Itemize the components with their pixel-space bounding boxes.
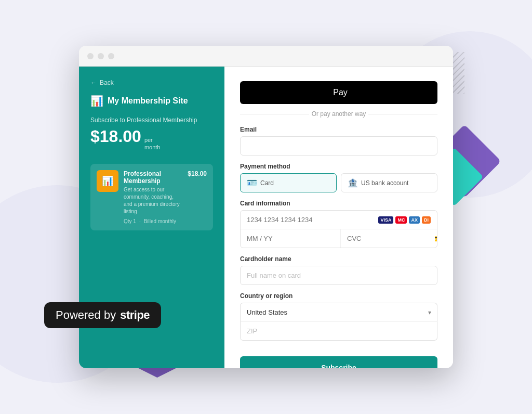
product-meta: Qty 1 · Billed monthly	[124, 218, 182, 224]
price-amount: $18.00	[90, 127, 141, 146]
price-row: $18.00 per month	[90, 127, 213, 151]
card-tab-label: Card	[260, 179, 274, 187]
card-cvc-input[interactable]	[347, 235, 434, 242]
browser-dot-green	[108, 53, 114, 59]
product-name: Professional Membership	[124, 170, 182, 185]
subscribe-label: Subscribe to Professional Membership	[90, 117, 213, 124]
stripe-badge: Powered by stripe	[44, 302, 161, 328]
back-label: Back	[100, 79, 114, 86]
powered-by-text: Powered by	[56, 308, 116, 322]
subscribe-button[interactable]: Subscribe	[240, 356, 437, 368]
country-label: Country or region	[240, 292, 437, 300]
discover-icon: DI	[422, 216, 431, 224]
card-cvc-row: 💳	[341, 229, 437, 248]
card-expiry-input[interactable]	[241, 229, 341, 248]
divider-text: Or pay another way	[240, 110, 437, 118]
apple-pay-label: Pay	[333, 88, 348, 97]
country-select[interactable]: United States Canada United Kingdom Aust…	[240, 303, 437, 322]
card-tab[interactable]: 🪪 Card	[240, 173, 337, 192]
product-image: 📊	[97, 170, 118, 192]
price-period: per month	[144, 136, 161, 151]
amex-icon: AX	[409, 216, 420, 224]
product-price: $18.00	[188, 170, 207, 224]
product-card: 📊 Professional Membership Get access to …	[90, 164, 213, 230]
site-icon: 📊	[90, 95, 103, 107]
cvc-card-icon: 💳	[434, 235, 437, 243]
card-bottom-row: 💳	[241, 229, 437, 248]
card-number-row: VISA MC AX DI	[241, 211, 437, 229]
card-info-fields: VISA MC AX DI 💳	[240, 210, 437, 248]
site-title: My Membership Site	[108, 96, 188, 106]
bank-tab[interactable]: 🏦 US bank account	[341, 173, 437, 192]
email-input[interactable]	[240, 136, 437, 156]
email-group: Email	[240, 126, 437, 156]
browser-dot-yellow	[98, 53, 104, 59]
visa-icon: VISA	[378, 216, 393, 224]
back-arrow-icon: ←	[90, 79, 97, 86]
mastercard-icon: MC	[395, 216, 407, 224]
zip-input[interactable]	[240, 322, 437, 341]
apple-pay-button[interactable]: Pay	[240, 81, 437, 104]
bank-tab-label: US bank account	[361, 179, 408, 187]
cardholder-group: Cardholder name	[240, 255, 437, 285]
back-link[interactable]: ← Back	[90, 79, 213, 86]
product-info: Professional Membership Get access to ou…	[124, 170, 182, 224]
email-label: Email	[240, 126, 437, 133]
payment-method-group: Payment method 🪪 Card 🏦 US bank account	[240, 163, 437, 192]
cardholder-label: Cardholder name	[240, 255, 437, 263]
stripe-text: stripe	[120, 308, 150, 322]
payment-method-tabs: 🪪 Card 🏦 US bank account	[240, 173, 437, 192]
card-tab-icon: 🪪	[247, 178, 257, 188]
country-select-wrapper: United States Canada United Kingdom Aust…	[240, 303, 437, 322]
product-description: Get access to our community, coaching, a…	[124, 186, 182, 215]
product-qty: Qty 1	[124, 218, 136, 224]
payment-method-label: Payment method	[240, 163, 437, 170]
cardholder-input[interactable]	[240, 266, 437, 285]
bank-tab-icon: 🏦	[348, 178, 358, 188]
card-info-group: Card information VISA MC AX DI	[240, 200, 437, 248]
card-brand-icons: VISA MC AX DI	[378, 216, 431, 224]
country-group: Country or region United States Canada U…	[240, 292, 437, 341]
browser-titlebar	[79, 46, 453, 67]
card-info-label: Card information	[240, 200, 437, 207]
product-billed: Billed monthly	[144, 218, 176, 224]
right-panel: Pay Or pay another way Email Payment met…	[224, 67, 453, 368]
browser-dot-red	[87, 53, 94, 59]
site-title-row: 📊 My Membership Site	[90, 95, 213, 107]
card-number-input[interactable]	[247, 216, 374, 224]
